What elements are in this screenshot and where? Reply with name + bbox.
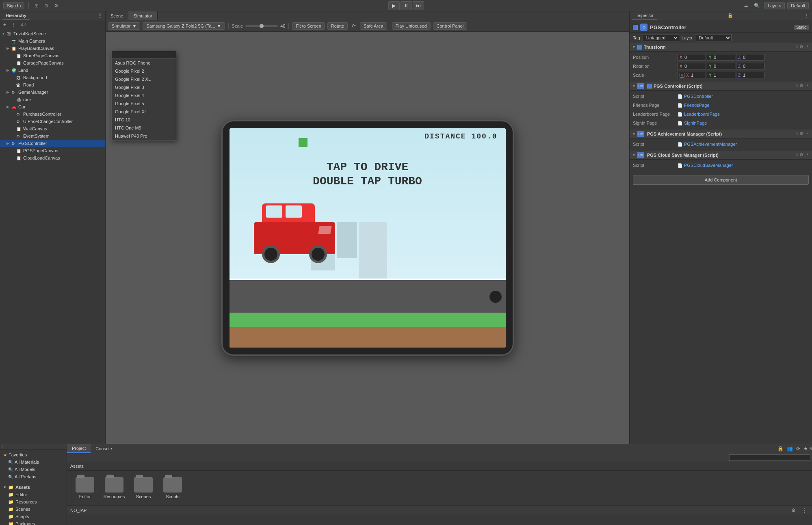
pgs-cloudsave-header[interactable]: ▼ C# PGS Cloud Save Manager (Script) ℹ ⚙… [630,151,812,160]
dropdown-item-pixelxl[interactable]: Google Pixel XL [112,108,176,116]
tree-background[interactable]: 🖼 Background [0,74,105,81]
add-hierarchy-btn[interactable]: + [2,21,8,28]
bottom-editor-folder[interactable]: 📁 Editor [2,491,65,498]
play-unfocused-btn[interactable]: Play Unfocused [392,22,431,30]
pgs-ach-settings-icon[interactable]: ⚙ [799,131,803,136]
simulator-tab[interactable]: Simulator [128,11,157,20]
toolbar-icon-btn-2[interactable]: ⊙ [43,2,50,9]
rotate-btn[interactable]: Rotate [327,22,348,30]
bottom-resources-folder[interactable]: 📁 Resources [2,498,65,506]
dropdown-item-pixel5[interactable]: Google Pixel 5 [112,99,176,108]
position-z-field[interactable]: Z 0 [736,54,764,60]
tree-rock[interactable]: 🪨 rock [0,96,105,103]
pgs-cs-settings-icon[interactable]: ⚙ [799,152,803,158]
project-tab[interactable]: Project [67,444,91,453]
scene-tab[interactable]: Scene [106,11,128,20]
signin-button[interactable]: Sign In [3,2,24,9]
pgs-cs-info-icon[interactable]: ℹ [796,152,798,158]
dropdown-item-htc10[interactable]: HTC 10 [112,116,176,124]
device-search-input[interactable] [112,51,176,59]
collab-icon[interactable]: ☁ [742,2,750,9]
refresh-icon[interactable]: ⟳ [795,445,802,452]
asset-scripts[interactable]: Scripts [161,477,184,499]
assets-header[interactable]: ▼ 📁 Assets [2,484,65,491]
transform-active[interactable] [637,45,642,50]
hierarchy-menu[interactable]: ⋮ [97,13,103,19]
pgs-info-icon[interactable]: ℹ [796,83,798,89]
control-panel-btn[interactable]: Control Panel [433,22,468,30]
tag-select[interactable]: Untagged [643,34,679,41]
position-x-field[interactable]: X 0 [678,54,706,60]
pgs-achievement-header[interactable]: ▼ C# PGS Achievement Manager (Script) ℹ … [630,130,812,138]
bottom-scenes-folder[interactable]: 📁 Scenes [2,506,65,513]
tree-main-camera[interactable]: 📷 Main Camera [0,37,105,45]
star-bottom-icon[interactable]: ★ [802,445,810,452]
asset-resources[interactable]: Resources [103,477,126,499]
status-more-icon[interactable]: ⋮ [801,507,809,514]
assets-search-input[interactable] [729,454,810,461]
tree-car[interactable]: ▶ 🚗 Car [0,103,105,110]
status-settings-icon[interactable]: ⚙ [790,507,797,514]
tree-store[interactable]: 📋 StorePageCanvas [0,52,105,59]
position-y-field[interactable]: Y 0 [707,54,735,60]
dropdown-item-pixel2xl[interactable]: Google Pixel 2 XL [112,75,176,83]
bottom-scripts-folder[interactable]: 📁 Scripts [2,513,65,520]
obj-active-checkbox[interactable] [633,25,638,30]
console-tab[interactable]: Console [91,444,117,453]
tree-pgscontroller[interactable]: ▶ ⚙ PGSController [0,140,105,147]
collab-bottom-icon[interactable]: 👥 [785,445,795,452]
rotation-y-field[interactable]: Y 0 [707,63,735,69]
pause-button[interactable]: ⏸ [401,1,412,10]
transform-header[interactable]: ▼ Transform ℹ ⚙ ⋮ [630,43,812,52]
dropdown-item-htconem9[interactable]: HTC One M9 [112,124,176,132]
fav-all-models[interactable]: 🔍 All Models [2,466,65,473]
lock-bottom-icon[interactable]: 🔒 [776,445,785,452]
pgs-ach-more-icon[interactable]: ⋮ [805,131,810,136]
tree-eventsystem[interactable]: ⚙ EventSystem [0,132,105,140]
fav-all-materials[interactable]: 🔍 All Materials [2,458,65,466]
asset-editor[interactable]: Editor [74,477,96,499]
scene-root-item[interactable]: ▼ 🎬 TrivialKartScene [0,30,105,37]
inspector-menu[interactable]: ⋮ [804,13,810,19]
toolbar-icon-btn-3[interactable]: ⚙ [52,2,60,9]
dropdown-item-pixel2[interactable]: Google Pixel 2 [112,67,176,75]
fit-to-screen-btn[interactable]: Fit to Screen [292,22,325,30]
step-button[interactable]: ⏭ [413,1,424,10]
add-btn[interactable]: + [0,444,6,449]
rotate-icon-btn[interactable]: ⟳ [350,22,357,30]
default-button[interactable]: Default [787,2,809,9]
rotation-z-field[interactable]: Z 0 [736,63,764,69]
fav-all-prefabs[interactable]: 🔍 All Prefabs [2,473,65,480]
add-component-button[interactable]: Add Component [633,175,809,185]
tree-purchase[interactable]: ⚙ PurchaseController [0,110,105,118]
tree-playboard[interactable]: ▶ 📋 PlayBoardCanvas [0,45,105,52]
inspector-tab[interactable]: Inspector [632,12,657,19]
pgs-settings-icon[interactable]: ⚙ [799,83,803,89]
hierarchy-tab[interactable]: Hierarchy [2,12,30,19]
pgs-active-checkbox[interactable] [647,84,652,89]
scale-y-field[interactable]: Y 1 [707,72,735,78]
favorites-header-item[interactable]: ★ Favorites [2,451,65,458]
layers-button[interactable]: Layers [764,2,785,9]
tree-pgspagecanvas[interactable]: 📋 PGSPageCanvas [0,147,105,154]
tree-garage[interactable]: 📋 GaragePageCanvas [0,59,105,67]
safe-area-btn[interactable]: Safe Area [360,22,387,30]
tree-waitcanvas[interactable]: 📋 WaitCanvas [0,125,105,132]
tree-land[interactable]: ▶ 🌍 Land [0,67,105,74]
search-top-icon[interactable]: 🔍 [752,2,762,9]
inspector-lock-icon[interactable]: 🔓 [728,13,733,18]
simulator-btn[interactable]: Simulator ▼ [108,22,140,30]
asset-scenes[interactable]: Scenes [132,477,155,499]
transform-more-icon[interactable]: ⋮ [805,44,810,50]
tree-cloudloadcanvas[interactable]: 📋 CloudLoadCanvas [0,154,105,162]
tree-uiprice[interactable]: ⚙ UIPriceChangeController [0,118,105,125]
scale-x-field[interactable]: ⛓ X 1 [678,72,706,78]
dropdown-item-pixel3[interactable]: Google Pixel 3 [112,83,176,91]
device-select-btn[interactable]: Samsung Galaxy Z Fold2 5G (Ta... ▼ [143,22,225,30]
dropdown-item-huawei[interactable]: Huawei P40 Pro [112,132,176,140]
scale-z-field[interactable]: Z 1 [736,72,764,78]
pgs-cs-more-icon[interactable]: ⋮ [805,152,810,158]
pgs-controller-header[interactable]: ▼ C# PGS Controller (Script) ℹ ⚙ ⋮ [630,82,812,91]
toolbar-icon-btn-1[interactable]: ⊞ [33,2,40,9]
dropdown-item-asus[interactable]: Asus ROG Phone [112,59,176,67]
